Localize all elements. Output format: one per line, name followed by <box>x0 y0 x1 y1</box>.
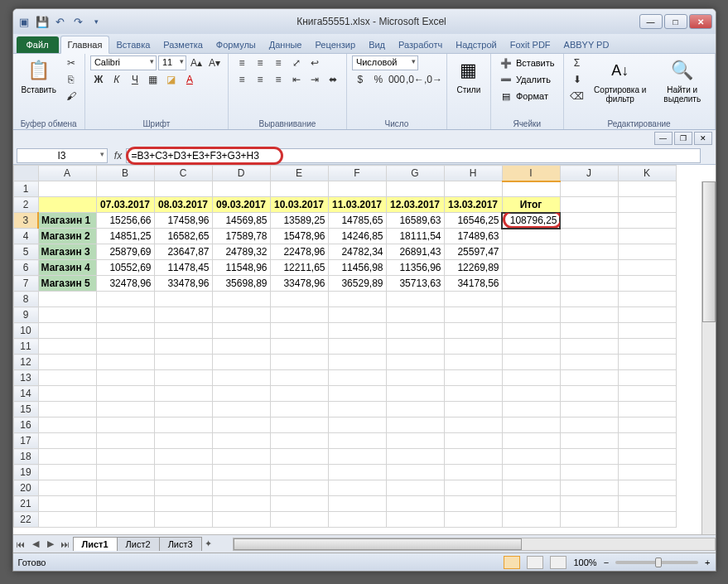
cell[interactable] <box>38 307 96 323</box>
cell[interactable] <box>560 386 618 402</box>
cell[interactable]: 11456,98 <box>328 260 386 276</box>
mdi-restore[interactable]: ❐ <box>674 132 692 145</box>
row-header[interactable]: 9 <box>13 307 38 323</box>
cell[interactable] <box>618 323 676 339</box>
cell[interactable] <box>96 512 154 528</box>
format-painter-icon[interactable]: 🖌 <box>63 89 80 104</box>
cell[interactable] <box>328 307 386 323</box>
zoom-out-button[interactable]: − <box>604 557 609 567</box>
fill-icon[interactable]: ⬇ <box>569 72 586 87</box>
cell[interactable] <box>502 276 560 292</box>
cell[interactable] <box>444 370 502 386</box>
cell[interactable] <box>212 512 270 528</box>
cell[interactable] <box>270 370 328 386</box>
cell[interactable]: 26891,43 <box>386 244 444 260</box>
cell[interactable] <box>618 197 676 213</box>
cell[interactable]: 12269,89 <box>444 260 502 276</box>
cell[interactable] <box>502 480 560 496</box>
cell[interactable] <box>212 480 270 496</box>
zoom-in-button[interactable]: + <box>705 557 710 567</box>
currency-icon[interactable]: $ <box>352 72 369 87</box>
cell[interactable] <box>560 339 618 355</box>
sheet-nav-next[interactable]: ▶ <box>43 538 58 549</box>
cell[interactable] <box>444 512 502 528</box>
cell[interactable] <box>560 465 618 480</box>
cell[interactable] <box>212 339 270 355</box>
sort-filter-button[interactable]: A↓ Сортировка и фильтр <box>589 56 652 105</box>
cell[interactable]: 14569,85 <box>212 213 270 229</box>
paste-button[interactable]: 📋 Вставить <box>18 56 60 96</box>
cell[interactable] <box>618 386 676 402</box>
underline-button[interactable]: Ч <box>127 72 143 87</box>
cell[interactable] <box>386 386 444 402</box>
cell[interactable]: 12.03.2017 <box>386 197 444 213</box>
cell[interactable] <box>270 480 328 496</box>
cell[interactable] <box>502 449 560 465</box>
tab-home[interactable]: Главная <box>60 36 110 54</box>
cell[interactable] <box>212 323 270 339</box>
cell[interactable] <box>444 386 502 402</box>
cell[interactable] <box>560 244 618 260</box>
scroll-thumb[interactable] <box>702 181 716 322</box>
cell[interactable]: 108796,25 <box>502 213 560 229</box>
close-button[interactable]: ✕ <box>689 14 712 29</box>
cell[interactable] <box>618 339 676 355</box>
comma-icon[interactable]: 000 <box>388 72 405 87</box>
cell[interactable]: Итог <box>502 197 560 213</box>
cell[interactable] <box>328 417 386 433</box>
cell[interactable] <box>560 512 618 528</box>
cell[interactable]: 17489,63 <box>444 229 502 244</box>
cell[interactable] <box>212 355 270 370</box>
row-header[interactable]: 2 <box>13 197 38 213</box>
align-center-icon[interactable]: ≡ <box>252 72 268 87</box>
sheet-nav-first[interactable]: ⏮ <box>13 539 28 549</box>
cell[interactable] <box>212 433 270 449</box>
row-header[interactable]: 11 <box>13 339 38 355</box>
cell[interactable] <box>618 370 676 386</box>
cell[interactable] <box>444 433 502 449</box>
cell[interactable]: 14851,25 <box>96 229 154 244</box>
cell[interactable] <box>444 449 502 465</box>
wrap-text-icon[interactable]: ↩ <box>306 56 323 70</box>
column-header[interactable]: G <box>386 166 444 181</box>
cell[interactable] <box>502 323 560 339</box>
cell[interactable] <box>560 197 618 213</box>
cell[interactable] <box>560 213 618 229</box>
cell[interactable] <box>560 229 618 244</box>
cell[interactable] <box>444 323 502 339</box>
percent-icon[interactable]: % <box>370 72 387 87</box>
cell[interactable]: 22478,96 <box>270 244 328 260</box>
cell[interactable] <box>386 181 444 197</box>
cell[interactable] <box>212 307 270 323</box>
cell[interactable] <box>96 433 154 449</box>
cell[interactable] <box>328 512 386 528</box>
cell[interactable] <box>96 480 154 496</box>
cell[interactable] <box>212 449 270 465</box>
row-header[interactable]: 18 <box>13 449 38 465</box>
cell[interactable] <box>444 181 502 197</box>
cell[interactable] <box>386 433 444 449</box>
column-header[interactable]: F <box>328 166 386 181</box>
cell[interactable]: 13589,25 <box>270 213 328 229</box>
cell[interactable] <box>386 292 444 307</box>
sheet-tab-1[interactable]: Лист1 <box>73 537 118 551</box>
fill-color-icon[interactable]: ◪ <box>163 72 180 87</box>
styles-button[interactable]: ▦ Стили <box>452 56 485 96</box>
cell[interactable] <box>212 292 270 307</box>
cell[interactable] <box>38 512 96 528</box>
cell[interactable]: 17458,96 <box>154 213 212 229</box>
row-header[interactable]: 4 <box>13 229 38 244</box>
cell[interactable] <box>560 433 618 449</box>
cell[interactable] <box>444 339 502 355</box>
cut-icon[interactable]: ✂ <box>63 56 80 70</box>
cell[interactable]: 35698,89 <box>212 276 270 292</box>
cell[interactable] <box>618 402 676 417</box>
indent-decrease-icon[interactable]: ⇤ <box>288 72 305 87</box>
font-size-combo[interactable]: 11 <box>158 56 186 70</box>
cell[interactable]: 36529,89 <box>328 276 386 292</box>
cell[interactable] <box>328 433 386 449</box>
row-header[interactable]: 21 <box>13 496 38 512</box>
cell[interactable] <box>328 465 386 480</box>
find-select-button[interactable]: 🔍 Найти и выделить <box>655 56 710 105</box>
cell[interactable]: 11548,96 <box>212 260 270 276</box>
